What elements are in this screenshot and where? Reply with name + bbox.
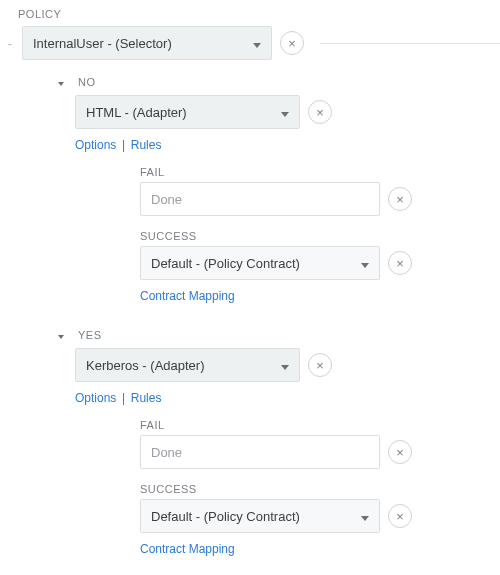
branch-yes-fail-remove-button[interactable]: × xyxy=(388,440,412,464)
branch-label-no: NO xyxy=(78,76,96,88)
policy-selector-dropdown[interactable]: InternalUser - (Selector) xyxy=(22,26,272,60)
branch-no-options-link[interactable]: Options xyxy=(75,138,116,152)
branch-no-success-dropdown[interactable]: Default - (Policy Contract) xyxy=(140,246,380,280)
branch-no-fail-remove-button[interactable]: × xyxy=(388,187,412,211)
chevron-down-icon xyxy=(281,358,289,373)
link-separator: | xyxy=(122,391,125,405)
chevron-down-icon xyxy=(361,256,369,271)
branch-yes-rules-link[interactable]: Rules xyxy=(131,391,162,405)
branch-no-success-remove-button[interactable]: × xyxy=(388,251,412,275)
branch-yes-success-remove-button[interactable]: × xyxy=(388,504,412,528)
link-separator: | xyxy=(122,138,125,152)
branch-no-success-label: SUCCESS xyxy=(140,230,500,242)
branch-no-success-value: Default - (Policy Contract) xyxy=(151,256,300,271)
chevron-down-icon xyxy=(253,36,261,51)
close-icon: × xyxy=(396,445,404,460)
branch-yes-remove-button[interactable]: × xyxy=(308,353,332,377)
policy-remove-button[interactable]: × xyxy=(280,31,304,55)
branch-yes-adapter-dropdown[interactable]: Kerberos - (Adapter) xyxy=(75,348,300,382)
policy-selector-label: InternalUser - (Selector) xyxy=(33,36,172,51)
tree-connector: - xyxy=(6,36,14,51)
branch-yes-fail-value: Done xyxy=(151,445,182,460)
close-icon: × xyxy=(396,192,404,207)
branch-yes-success-dropdown[interactable]: Default - (Policy Contract) xyxy=(140,499,380,533)
branch-no-rules-link[interactable]: Rules xyxy=(131,138,162,152)
close-icon: × xyxy=(316,358,324,373)
chevron-down-icon xyxy=(361,509,369,524)
close-icon: × xyxy=(396,256,404,271)
branch-no-contract-mapping-link[interactable]: Contract Mapping xyxy=(140,289,235,303)
chevron-down-icon xyxy=(281,105,289,120)
branch-no-fail-input[interactable]: Done xyxy=(140,182,380,216)
divider-line xyxy=(320,43,500,44)
branch-no-fail-value: Done xyxy=(151,192,182,207)
branch-yes-contract-mapping-link[interactable]: Contract Mapping xyxy=(140,542,235,556)
branch-yes-adapter-label: Kerberos - (Adapter) xyxy=(86,358,205,373)
close-icon: × xyxy=(396,509,404,524)
policy-section-title: POLICY xyxy=(18,8,500,20)
chevron-down-icon[interactable] xyxy=(58,74,64,89)
branch-no-fail-label: FAIL xyxy=(140,166,500,178)
branch-no-adapter-label: HTML - (Adapter) xyxy=(86,105,187,120)
branch-yes-success-value: Default - (Policy Contract) xyxy=(151,509,300,524)
close-icon: × xyxy=(288,36,296,51)
close-icon: × xyxy=(316,105,324,120)
chevron-down-icon[interactable] xyxy=(58,327,64,342)
branch-yes-options-link[interactable]: Options xyxy=(75,391,116,405)
branch-yes-success-label: SUCCESS xyxy=(140,483,500,495)
branch-no-adapter-dropdown[interactable]: HTML - (Adapter) xyxy=(75,95,300,129)
branch-label-yes: YES xyxy=(78,329,102,341)
branch-yes-fail-input[interactable]: Done xyxy=(140,435,380,469)
branch-yes-fail-label: FAIL xyxy=(140,419,500,431)
branch-no-remove-button[interactable]: × xyxy=(308,100,332,124)
